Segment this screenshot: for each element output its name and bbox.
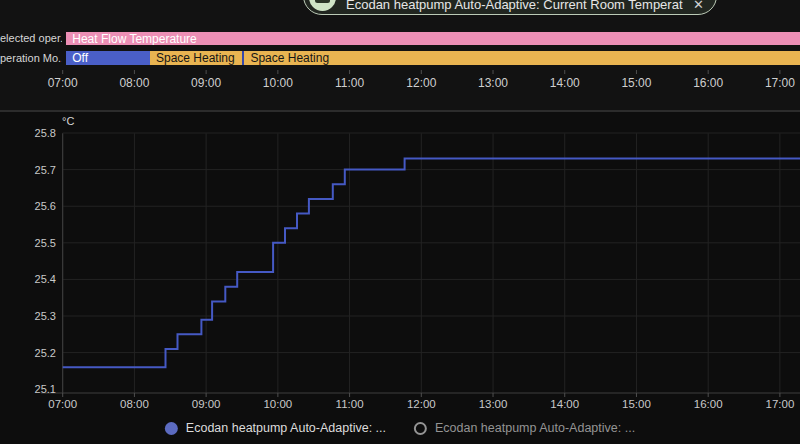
x-axis-label: 17:00	[758, 398, 800, 411]
y-axis-label: 25.1	[0, 383, 56, 395]
x-axis-label: 11:00	[328, 398, 372, 411]
temperature-chart[interactable]	[0, 0, 800, 444]
row-label-operation-mode: peration Mo...	[0, 51, 62, 65]
legend-item-active[interactable]: Ecodan heatpump Auto-Adaptive: ...	[165, 421, 386, 435]
x-axis-label: 07:00	[41, 398, 85, 411]
operation-mode-track: OffSpace HeatingSpace Heating	[0, 51, 800, 65]
time-axis-label: 08:00	[112, 77, 156, 90]
time-axis-label: 14:00	[543, 77, 587, 90]
time-axis-label: 16:00	[686, 77, 730, 90]
time-axis-label: 09:00	[184, 77, 228, 90]
heat-pump-icon	[309, 0, 336, 11]
y-axis-unit: °C	[62, 115, 74, 127]
timeline-segment-operation-mode[interactable]: Off	[66, 51, 150, 65]
close-icon[interactable]: ✕	[683, 0, 704, 12]
x-axis-label: 10:00	[256, 398, 300, 411]
legend-label: Ecodan heatpump Auto-Adaptive: ...	[186, 421, 386, 435]
legend-dot-outline	[414, 422, 427, 435]
y-axis-label: 25.5	[0, 237, 56, 249]
legend-label: Ecodan heatpump Auto-Adaptive: ...	[435, 421, 635, 435]
time-axis-label: 17:00	[758, 77, 800, 90]
time-axis-label: 15:00	[614, 77, 658, 90]
legend-dot-filled	[165, 422, 178, 435]
y-axis-label: 25.7	[0, 164, 56, 176]
x-axis-label: 09:00	[184, 398, 228, 411]
temperature-step-line	[63, 159, 800, 368]
notification-toast[interactable]: Ecodan heatpump Auto-Adaptive: Current R…	[303, 0, 717, 15]
timeline-segment-operation-mode[interactable]: Space Heating	[150, 51, 242, 65]
y-axis-label: 25.8	[0, 127, 56, 139]
y-axis-label: 25.3	[0, 310, 56, 322]
y-axis-label: 25.4	[0, 273, 56, 285]
legend-item-inactive[interactable]: Ecodan heatpump Auto-Adaptive: ...	[414, 421, 635, 435]
time-axis-label: 07:00	[41, 77, 85, 90]
x-axis-label: 12:00	[399, 398, 443, 411]
time-axis-label: 12:00	[399, 77, 443, 90]
chart-legend: Ecodan heatpump Auto-Adaptive: ... Ecoda…	[165, 421, 635, 435]
time-axis-label: 10:00	[256, 77, 300, 90]
y-axis-label: 25.2	[0, 347, 56, 359]
x-axis-label: 08:00	[112, 398, 156, 411]
toast-message: Ecodan heatpump Auto-Adaptive: Current R…	[346, 0, 683, 12]
x-axis-label: 13:00	[471, 398, 515, 411]
heat-pump-glyph	[315, 0, 330, 3]
time-axis-label: 11:00	[328, 77, 372, 90]
x-axis-label: 14:00	[543, 398, 587, 411]
row-label-selected-operation: elected oper...	[0, 31, 62, 45]
timeline-segment-operation-mode[interactable]: Space Heating	[244, 51, 800, 65]
timeline-segment-selected-operation[interactable]: Heat Flow Temperature	[66, 32, 800, 45]
y-axis-label: 25.6	[0, 200, 56, 212]
selected-operation-track: Heat Flow Temperature	[0, 32, 800, 45]
x-axis-label: 16:00	[686, 398, 730, 411]
time-axis-label: 13:00	[471, 77, 515, 90]
x-axis-label: 15:00	[614, 398, 658, 411]
